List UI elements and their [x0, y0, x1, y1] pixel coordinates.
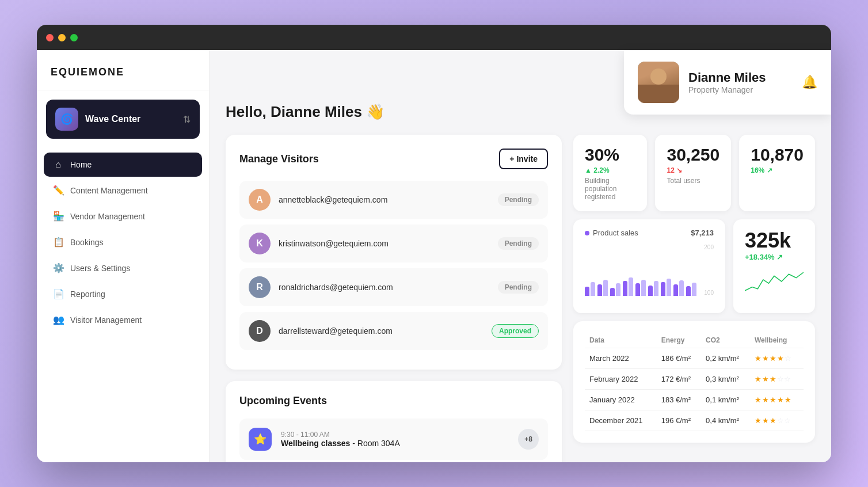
cell-date: December 2021: [585, 410, 657, 431]
cell-stars: ★★★★★: [750, 390, 804, 410]
bar-purple: [648, 286, 653, 296]
bar-group: [686, 283, 696, 296]
property-name: Wave Center: [85, 114, 176, 124]
visitor-item-2: K kristinwatson@getequiem.com Pending: [239, 225, 548, 262]
visitor-icon: 👥: [53, 314, 63, 325]
top-stats-row: 30% ▲ 2.2% Building population registere…: [573, 135, 815, 211]
bar-chart-card: Product sales $7,213 200 100: [573, 219, 725, 313]
stat-value-users: 30,250: [667, 145, 719, 165]
invite-button[interactable]: + Invite: [499, 149, 548, 169]
bar-purple: [585, 287, 589, 296]
bar-light-purple: [692, 283, 696, 296]
bar-group: [635, 280, 646, 296]
chart-value: $7,213: [691, 229, 714, 237]
property-selector[interactable]: 🌀 Wave Center ⇅: [46, 100, 200, 139]
content-icon: ✏️: [53, 185, 63, 196]
events-card: Upcoming Events ⭐ 9:30 - 11:00 AM Wellbe…: [226, 381, 562, 462]
maximize-button[interactable]: [70, 34, 78, 41]
events-header: Upcoming Events: [239, 395, 548, 407]
table-header-row: Data Energy CO2 Wellbeing: [585, 333, 804, 348]
nav-label-vendor: Vendor Management: [70, 212, 145, 221]
bar-chart: [585, 244, 714, 296]
visitor-email-4: darrellsteward@getequiem.com: [279, 326, 484, 336]
cell-co2: 0,4 km/m²: [701, 410, 750, 431]
cell-date: February 2022: [585, 369, 657, 390]
status-badge-3: Pending: [498, 281, 539, 294]
data-table-card: Data Energy CO2 Wellbeing March 2022 186…: [573, 321, 815, 443]
stat-change-users: 12 ↘: [667, 166, 719, 174]
col-energy: Energy: [657, 333, 701, 348]
line-chart-svg: [745, 261, 804, 302]
bar-light-purple: [591, 282, 595, 296]
reporting-icon: 📄: [53, 288, 63, 299]
visitor-avatar-3: R: [249, 276, 271, 298]
nav-item-reporting[interactable]: 📄 Reporting: [44, 281, 202, 306]
nav-item-users[interactable]: ⚙️ Users & Settings: [44, 256, 202, 280]
nav-menu: ⌂ Home ✏️ Content Management 🏪 Vendor Ma…: [37, 148, 209, 462]
stat-change-metric3: 16% ↗: [751, 166, 804, 174]
traffic-lights: [46, 34, 78, 41]
bookings-icon: 📋: [53, 237, 63, 248]
big-stat-value: 325k: [745, 229, 804, 253]
nav-label-users: Users & Settings: [70, 264, 130, 273]
bar-light-purple: [667, 279, 671, 296]
chart-label: Product sales: [585, 229, 638, 237]
app-window: Dianne Miles Property Manager 🔔 EQUIEMON…: [37, 25, 831, 462]
titlebar: [37, 25, 831, 50]
visitor-avatar-2: K: [249, 233, 271, 254]
user-card: Dianne Miles Property Manager 🔔: [624, 50, 831, 115]
cell-energy: 183 €/m²: [657, 390, 701, 410]
nav-item-vendor[interactable]: 🏪 Vendor Management: [44, 204, 202, 229]
bar-light-purple: [616, 283, 620, 296]
table-row: March 2022 186 €/m² 0,2 km/m² ★★★★☆: [585, 348, 804, 369]
table-row: December 2021 196 €/m² 0,4 km/m² ★★★☆☆: [585, 410, 804, 431]
left-column: Manage Visitors + Invite A annetteblack@…: [226, 135, 562, 462]
table-row: February 2022 172 €/m² 0,3 km/m² ★★★☆☆: [585, 369, 804, 390]
visitor-avatar-4: D: [249, 320, 271, 342]
cell-date: March 2022: [585, 348, 657, 369]
nav-item-content[interactable]: ✏️ Content Management: [44, 178, 202, 203]
event-info-1: 9:30 - 11:00 AM Wellbeing classes - Room…: [281, 431, 400, 448]
bar-light-purple: [679, 280, 684, 296]
col-data: Data: [585, 333, 657, 348]
bar-group: [585, 282, 595, 296]
user-name: Dianne Miles: [688, 70, 793, 85]
stat-value-metric3: 10,870: [751, 145, 804, 165]
bar-purple: [686, 286, 691, 296]
chart-row: Product sales $7,213 200 100: [573, 219, 815, 313]
status-badge-4: Approved: [492, 324, 539, 338]
status-badge-1: Pending: [498, 193, 539, 206]
bar-purple: [673, 284, 678, 296]
minimize-button[interactable]: [58, 34, 66, 41]
big-stat-change: +18.34% ↗: [745, 253, 804, 261]
nav-item-bookings[interactable]: 📋 Bookings: [44, 230, 202, 254]
nav-item-visitor[interactable]: 👥 Visitor Management: [44, 307, 202, 332]
table-body: March 2022 186 €/m² 0,2 km/m² ★★★★☆ Febr…: [585, 348, 804, 431]
bar-group: [610, 283, 620, 296]
big-stat-card: 325k +18.34% ↗: [733, 219, 815, 313]
cell-stars: ★★★☆☆: [750, 410, 804, 431]
nav-item-home[interactable]: ⌂ Home: [44, 153, 202, 177]
cell-stars: ★★★★☆: [750, 348, 804, 369]
nav-label-home: Home: [70, 160, 92, 169]
bar-light-purple: [654, 281, 658, 296]
avatar: [638, 62, 679, 103]
event-plus-1: +8: [518, 429, 539, 450]
close-button[interactable]: [46, 34, 54, 41]
bar-group: [597, 280, 608, 296]
visitors-card-header: Manage Visitors + Invite: [239, 149, 548, 169]
stat-value-30pct: 30%: [585, 145, 635, 165]
bar-light-purple: [603, 280, 608, 296]
visitor-email-1: annetteblack@getequiem.com: [279, 195, 490, 204]
user-info: Dianne Miles Property Manager: [688, 70, 793, 94]
nav-label-reporting: Reporting: [70, 290, 105, 299]
bar-purple: [610, 288, 615, 296]
stat-label-users: Total users: [667, 177, 719, 185]
bar-purple: [661, 282, 665, 296]
nav-label-content: Content Management: [70, 186, 148, 195]
notification-bell-icon[interactable]: 🔔: [802, 75, 817, 90]
cell-date: January 2022: [585, 390, 657, 410]
visitor-email-2: kristinwatson@getequiem.com: [279, 239, 490, 248]
table-row: January 2022 183 €/m² 0,1 km/m² ★★★★★: [585, 390, 804, 410]
logo: EQUIEMONE: [51, 66, 195, 78]
